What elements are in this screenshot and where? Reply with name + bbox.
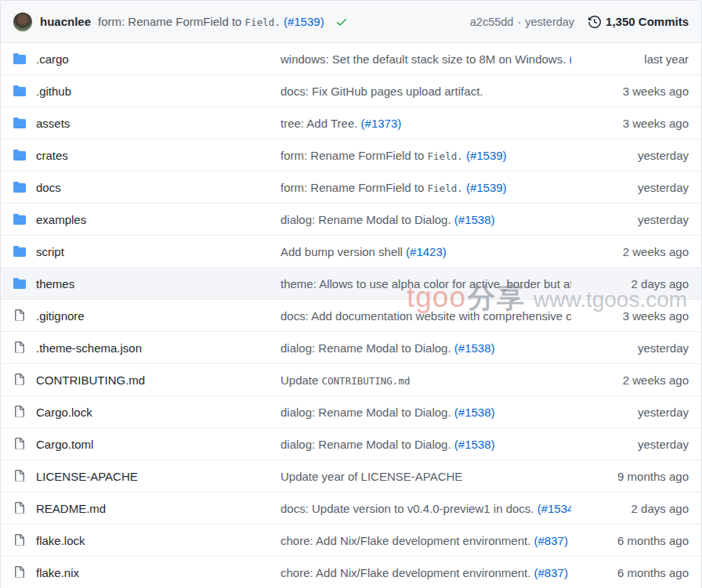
- pr-link[interactable]: (#1538): [454, 213, 495, 226]
- commit-time: 2 weeks ago: [571, 245, 701, 258]
- file-name-cell: Cargo.lock: [1, 406, 280, 419]
- commit-time: 3 weeks ago: [571, 85, 701, 98]
- commit-message-cell: Update CONTRIBUTING.md: [280, 373, 571, 387]
- row-commit-message-link[interactable]: dialog: Rename Modal to Dialog.: [280, 406, 454, 419]
- pr-link[interactable]: (#1538): [454, 438, 495, 451]
- file-list: .cargo windows: Set the default stack si…: [1, 43, 701, 588]
- row-commit-message-link[interactable]: Update year of LICENSE-APACHE: [280, 470, 462, 483]
- table-row: .theme-schema.json dialog: Rename Modal …: [1, 332, 701, 364]
- row-commit-message-link[interactable]: form: Rename FormField to Field.: [280, 181, 466, 194]
- commit-time: last year: [571, 52, 701, 66]
- pr-link[interactable]: (#1423): [406, 245, 447, 258]
- folder-icon: [13, 181, 26, 193]
- folder-icon: [13, 213, 26, 225]
- file-name-link[interactable]: .github: [36, 85, 71, 98]
- table-row: flake.lock chore: Add Nix/Flake developm…: [1, 525, 701, 557]
- pr-link[interactable]: (#1538): [454, 341, 495, 355]
- pr-link[interactable]: (#1539): [466, 181, 507, 194]
- row-commit-message-link[interactable]: windows: Set the default stack size to 8…: [280, 52, 570, 66]
- commit-time: yesterday: [571, 181, 701, 194]
- commit-message[interactable]: form: Rename FormField to Field. (#1539): [98, 15, 324, 28]
- commit-time: 2 days ago: [571, 502, 701, 515]
- row-commit-message-link[interactable]: docs: Update version to v0.4.0-preview1 …: [280, 502, 537, 515]
- pr-link[interactable]: (#1538): [454, 406, 495, 419]
- file-icon: [13, 309, 26, 322]
- file-icon: [13, 502, 26, 514]
- table-row: Cargo.lock dialog: Rename Modal to Dialo…: [1, 396, 701, 428]
- file-name-link[interactable]: Cargo.lock: [36, 406, 92, 419]
- commit-message-cell: dialog: Rename Modal to Dialog. (#1538): [280, 341, 571, 355]
- file-name-link[interactable]: LICENSE-APACHE: [36, 470, 138, 483]
- avatar[interactable]: [13, 13, 32, 31]
- file-name-link[interactable]: docs: [36, 181, 61, 194]
- file-name-link[interactable]: .gitignore: [36, 309, 85, 323]
- commit-message-cell: dialog: Rename Modal to Dialog. (#1538): [280, 406, 571, 419]
- commit-time: yesterday: [571, 406, 701, 419]
- file-name-link[interactable]: script: [36, 245, 64, 258]
- row-commit-message-link[interactable]: dialog: Rename Modal to Dialog.: [280, 213, 454, 226]
- pr-link[interactable]: (#1539): [284, 15, 324, 28]
- table-row: docs form: Rename FormField to Field. (#…: [1, 171, 701, 204]
- file-name-link[interactable]: Cargo.toml: [36, 438, 93, 451]
- file-icon: [13, 373, 26, 386]
- file-name-link[interactable]: themes: [36, 277, 74, 290]
- file-name-cell: .gitignore: [1, 309, 280, 323]
- commit-message-cell: docs: Update version to v0.4.0-preview1 …: [280, 502, 571, 515]
- file-name-cell: .cargo: [1, 52, 280, 66]
- commit-message-cell: docs: Add documentation website with com…: [280, 309, 571, 323]
- folder-icon: [13, 277, 26, 290]
- file-icon: [13, 534, 26, 547]
- file-name-cell: README.md: [1, 502, 280, 515]
- file-name-cell: assets: [1, 117, 280, 130]
- commit-header-right: a2c55dd · yesterday 1,350 Commits: [470, 15, 689, 28]
- file-name-link[interactable]: CONTRIBUTING.md: [36, 373, 145, 387]
- file-name-cell: flake.lock: [1, 534, 280, 547]
- commit-time: yesterday: [525, 16, 574, 28]
- row-commit-message-link[interactable]: theme: Allows to use alpha color for act…: [280, 277, 571, 290]
- latest-commit-header: huacnlee form: Rename FormField to Field…: [1, 1, 701, 43]
- commit-time: yesterday: [571, 149, 701, 162]
- file-name-link[interactable]: flake.lock: [36, 534, 85, 547]
- folder-icon: [13, 245, 26, 258]
- table-row: Cargo.toml dialog: Rename Modal to Dialo…: [1, 428, 701, 460]
- folder-icon: [13, 117, 26, 129]
- file-name-link[interactable]: crates: [36, 149, 68, 162]
- commits-history-link[interactable]: 1,350 Commits: [588, 15, 689, 28]
- pr-link[interactable]: (#1539): [466, 149, 507, 162]
- table-row: .gitignore docs: Add documentation websi…: [1, 300, 701, 332]
- row-commit-message-link[interactable]: chore: Add Nix/Flake development environ…: [280, 566, 534, 579]
- check-icon[interactable]: [335, 16, 348, 28]
- row-commit-message-link[interactable]: chore: Add Nix/Flake development environ…: [280, 534, 534, 547]
- row-commit-message-link[interactable]: dialog: Rename Modal to Dialog.: [280, 341, 454, 355]
- pr-link[interactable]: (#837): [534, 566, 568, 579]
- row-commit-message-link[interactable]: dialog: Rename Modal to Dialog.: [280, 438, 454, 451]
- table-row: script Add bump version shell (#1423) 2 …: [1, 236, 701, 268]
- table-row: .cargo windows: Set the default stack si…: [1, 43, 701, 75]
- file-name-cell: LICENSE-APACHE: [1, 470, 280, 483]
- file-name-link[interactable]: README.md: [36, 502, 106, 515]
- file-name-link[interactable]: .cargo: [36, 52, 69, 66]
- commit-sha-link[interactable]: a2c55dd: [470, 16, 514, 28]
- row-commit-message-link[interactable]: docs: Fix GitHub pages upload artifact.: [280, 85, 483, 98]
- commit-time: yesterday: [571, 438, 701, 451]
- file-name-cell: .theme-schema.json: [1, 341, 280, 355]
- row-commit-message-link[interactable]: Update CONTRIBUTING.md: [280, 373, 410, 387]
- commit-message-text: form: Rename FormField to: [98, 15, 245, 28]
- pr-link[interactable]: (#1373): [361, 117, 402, 130]
- file-name-link[interactable]: flake.nix: [36, 566, 79, 579]
- row-commit-message-link[interactable]: form: Rename FormField to Field.: [280, 149, 466, 162]
- commit-time: yesterday: [571, 341, 701, 355]
- pr-link[interactable]: (#1534): [537, 502, 571, 515]
- pr-link[interactable]: (#837): [534, 534, 568, 547]
- commits-count: 1,350 Commits: [606, 15, 689, 28]
- row-commit-message-link[interactable]: Add bump version shell: [280, 245, 406, 258]
- file-name-link[interactable]: assets: [36, 117, 70, 130]
- commit-message-cell: Update year of LICENSE-APACHE: [280, 470, 571, 483]
- file-name-link[interactable]: .theme-schema.json: [36, 341, 142, 355]
- file-name-link[interactable]: examples: [36, 213, 86, 226]
- folder-icon: [13, 149, 26, 161]
- commit-author-link[interactable]: huacnlee: [40, 15, 91, 28]
- commit-time: 2 weeks ago: [571, 373, 701, 387]
- row-commit-message-link[interactable]: docs: Add documentation website with com…: [280, 309, 571, 323]
- row-commit-message-link[interactable]: tree: Add Tree.: [280, 117, 361, 130]
